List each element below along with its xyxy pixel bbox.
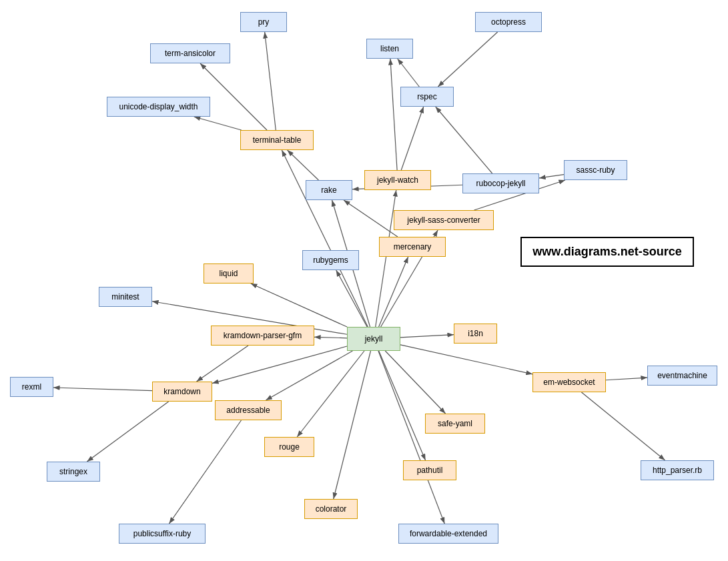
svg-line-23	[336, 270, 367, 327]
arrows-svg	[0, 0, 728, 561]
node-pry: pry	[240, 12, 287, 32]
node-mercenary: mercenary	[379, 237, 446, 257]
node-rexml: rexml	[10, 377, 53, 397]
svg-line-30	[197, 346, 248, 382]
node-terminal-table: terminal-table	[240, 130, 314, 150]
svg-line-22	[379, 257, 408, 327]
node-rake: rake	[306, 180, 352, 200]
node-forwardable-extended: forwardable-extended	[398, 524, 498, 544]
node-term-ansicolor: term-ansicolor	[150, 43, 230, 63]
svg-line-5	[390, 59, 397, 170]
svg-line-28	[53, 388, 152, 391]
node-octopress: octopress	[475, 12, 542, 32]
svg-line-19	[378, 351, 444, 524]
svg-line-37	[344, 200, 398, 237]
node-rouge: rouge	[264, 437, 314, 457]
svg-line-33	[581, 392, 665, 460]
watermark: www.diagrams.net-source	[520, 237, 694, 267]
node-rspec: rspec	[400, 87, 454, 107]
svg-line-16	[334, 351, 371, 499]
svg-line-21	[400, 345, 532, 374]
svg-line-8	[539, 175, 564, 178]
node-kramdown-parser-gfm: kramdown-parser-gfm	[211, 326, 314, 346]
svg-line-29	[87, 402, 168, 462]
svg-line-2	[200, 63, 267, 130]
node-jekyll: jekyll	[347, 327, 400, 351]
node-minitest: minitest	[99, 287, 152, 307]
svg-line-3	[194, 117, 242, 130]
svg-line-7	[436, 107, 492, 173]
svg-line-12	[314, 337, 347, 338]
svg-line-13	[212, 346, 347, 384]
node-jekyll-watch: jekyll-watch	[364, 170, 431, 190]
node-unicode-display_width: unicode-display_width	[107, 97, 210, 117]
node-rubocop-jekyll: rubocop-jekyll	[462, 173, 539, 193]
node-liquid: liquid	[204, 263, 254, 284]
node-stringex: stringex	[47, 462, 100, 482]
svg-line-10	[288, 150, 319, 180]
node-rubygems: rubygems	[302, 250, 359, 270]
svg-line-35	[438, 32, 497, 87]
node-addressable: addressable	[215, 400, 282, 420]
node-publicsuffix-ruby: publicsuffix-ruby	[119, 524, 206, 544]
node-kramdown: kramdown	[152, 382, 212, 402]
node-em-websocket: em-websocket	[532, 372, 606, 392]
node-eventmachine: eventmachine	[647, 366, 717, 386]
svg-line-18	[385, 351, 445, 414]
node-i18n: i18n	[454, 324, 497, 344]
svg-line-17	[379, 351, 426, 460]
diagram-container: pryterm-ansicolorlistenoctopressunicode-…	[0, 0, 728, 561]
node-safe-yaml: safe-yaml	[425, 414, 485, 434]
node-http_parser.rb: http_parser.rb	[641, 460, 714, 480]
node-colorator: colorator	[304, 499, 358, 519]
svg-line-31	[169, 420, 241, 524]
svg-line-32	[606, 378, 647, 380]
svg-line-1	[265, 32, 276, 130]
svg-line-20	[400, 335, 454, 338]
node-jekyll-sass-converter: jekyll-sass-converter	[394, 210, 494, 230]
node-pathutil: pathutil	[403, 460, 456, 480]
svg-line-4	[398, 59, 420, 87]
svg-line-14	[266, 351, 352, 400]
svg-line-6	[401, 107, 423, 170]
node-sassc-ruby: sassc-ruby	[564, 160, 627, 180]
node-listen: listen	[366, 39, 413, 59]
svg-line-27	[282, 150, 368, 327]
